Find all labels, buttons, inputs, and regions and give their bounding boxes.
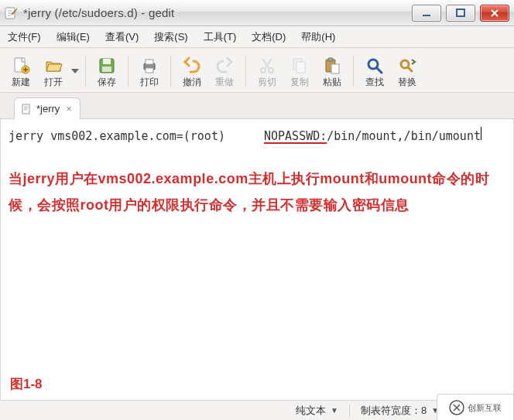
code-line: jerry vms002.example.com=(root) NOPASSWD…	[9, 127, 504, 144]
watermark-logo-icon	[449, 400, 464, 415]
svg-rect-6	[103, 59, 111, 64]
paste-button[interactable]: 粘贴	[316, 51, 348, 91]
menu-view[interactable]: 查看(V)	[102, 29, 142, 46]
menu-file[interactable]: 文件(F)	[5, 29, 44, 46]
window-title: *jerry (/etc/sudoers.d) - gedit	[23, 6, 407, 19]
svg-rect-7	[102, 67, 111, 72]
redo-button: 重做	[208, 51, 241, 91]
print-button[interactable]: 打印	[133, 51, 166, 91]
svg-rect-14	[296, 62, 305, 73]
paste-icon	[322, 56, 342, 76]
maximize-button[interactable]	[446, 5, 475, 22]
svg-rect-20	[22, 104, 29, 114]
cut-icon	[257, 56, 277, 76]
tab-close-icon[interactable]: ×	[64, 104, 74, 114]
toolbar: 新建 打开 保存 打印 撤消 重做	[0, 48, 514, 93]
menubar: 文件(F) 编辑(E) 查看(V) 搜索(S) 工具(T) 文档(D) 帮助(H…	[0, 26, 514, 48]
toolbar-separator	[170, 56, 171, 87]
search-icon	[365, 56, 385, 76]
tab-label: *jerry	[36, 103, 60, 114]
cut-button: 剪切	[251, 51, 283, 91]
text-cursor	[481, 127, 481, 140]
figure-label: 图1-8	[10, 376, 43, 394]
copy-icon	[290, 56, 310, 76]
menu-tools[interactable]: 工具(T)	[200, 29, 240, 46]
save-icon	[97, 56, 117, 76]
redo-icon	[214, 56, 235, 76]
svg-rect-17	[331, 64, 339, 73]
tab-jerry[interactable]: *jerry ×	[14, 97, 81, 119]
copy-button: 复制	[283, 51, 316, 91]
open-dropdown[interactable]	[70, 51, 81, 91]
language-selector[interactable]: 纯文本 ▼	[288, 404, 346, 418]
annotation-text: 当jerry用户在vms002.example.com主机上执行mount和um…	[9, 166, 504, 218]
find-button[interactable]: 查找	[358, 51, 391, 91]
svg-rect-10	[146, 68, 153, 73]
svg-rect-9	[146, 60, 153, 64]
menu-help[interactable]: 帮助(H)	[298, 29, 338, 46]
new-button[interactable]: 新建	[5, 51, 37, 91]
undo-icon	[182, 56, 202, 76]
menu-search[interactable]: 搜索(S)	[151, 29, 190, 46]
nopasswd-keyword: NOPASSWD:	[264, 128, 327, 144]
replace-icon	[397, 56, 417, 76]
toolbar-separator	[128, 56, 128, 87]
chevron-down-icon: ▼	[331, 406, 338, 415]
save-button[interactable]: 保存	[91, 51, 123, 91]
svg-rect-16	[328, 58, 333, 61]
text-file-icon	[21, 104, 32, 114]
svg-rect-1	[423, 15, 430, 16]
open-button[interactable]: 打开	[37, 51, 70, 91]
new-file-icon	[11, 56, 31, 76]
undo-button[interactable]: 撤消	[176, 51, 208, 91]
print-icon	[139, 56, 159, 76]
watermark: 创新互联	[437, 394, 514, 420]
tabwidth-selector[interactable]: 制表符宽度：8 ▼	[353, 404, 447, 418]
sudoers-rule-target: jerry vms002.example.com=(root)	[9, 128, 264, 144]
toolbar-separator	[353, 56, 354, 87]
menu-doc[interactable]: 文档(D)	[248, 29, 289, 46]
replace-button[interactable]: 替换	[391, 51, 423, 91]
open-folder-icon	[43, 56, 63, 76]
svg-rect-2	[457, 9, 464, 16]
sudoers-commands: /bin/mount,/bin/umount	[327, 128, 481, 144]
gedit-app-icon	[5, 6, 19, 20]
editor-area[interactable]: jerry vms002.example.com=(root) NOPASSWD…	[0, 119, 514, 400]
statusbar-divider	[349, 405, 350, 417]
close-button[interactable]	[480, 5, 509, 22]
minimize-button[interactable]	[412, 5, 441, 22]
toolbar-separator	[245, 56, 246, 87]
toolbar-separator	[85, 56, 86, 87]
menu-edit[interactable]: 编辑(E)	[53, 29, 93, 46]
